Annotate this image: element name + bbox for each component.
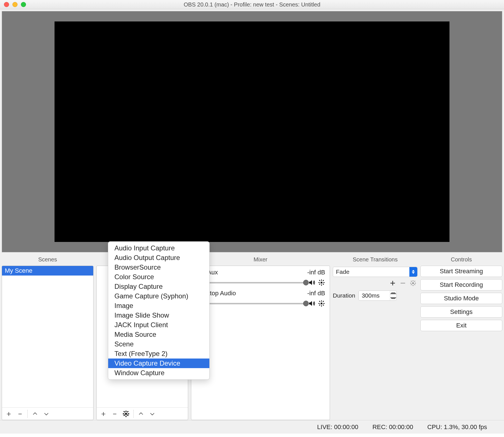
transitions-header: Scene Transitions xyxy=(333,255,418,266)
zoom-window-button[interactable] xyxy=(21,2,26,7)
svg-rect-17 xyxy=(319,283,320,285)
move-scene-down-button[interactable] xyxy=(41,408,52,419)
menu-item[interactable]: Audio Input Capture xyxy=(108,243,209,253)
scenes-list[interactable]: My Scene xyxy=(2,266,93,407)
menu-item[interactable]: JACK Input Client xyxy=(108,320,209,330)
transition-select[interactable]: Fade xyxy=(333,267,418,277)
menu-item[interactable]: Image Slide Show xyxy=(108,311,209,320)
menu-item[interactable]: Media Source xyxy=(108,330,209,339)
select-stepper-icon xyxy=(409,267,417,277)
minus-icon: － xyxy=(16,409,24,419)
program-preview[interactable] xyxy=(55,21,449,242)
menu-item[interactable]: Color Source xyxy=(108,272,209,282)
svg-rect-10 xyxy=(321,279,322,281)
menu-item[interactable]: Image xyxy=(108,301,209,311)
status-rec: REC: 00:00:00 xyxy=(372,423,413,431)
remove-scene-button[interactable]: － xyxy=(14,408,26,419)
separator xyxy=(27,410,28,418)
volume-slider[interactable] xyxy=(196,303,305,304)
duration-input[interactable] xyxy=(359,291,390,300)
add-source-button[interactable]: ＋ xyxy=(98,408,109,419)
chevron-down-icon xyxy=(149,411,155,417)
remove-source-button[interactable]: － xyxy=(109,408,120,419)
menu-item[interactable]: Video Capture Device xyxy=(108,359,209,368)
start-streaming-button[interactable]: Start Streaming xyxy=(420,266,502,277)
source-properties-button[interactable] xyxy=(120,408,132,419)
svg-rect-14 xyxy=(319,280,320,281)
remove-transition-button[interactable] xyxy=(399,280,406,287)
svg-point-27 xyxy=(412,282,414,284)
volume-knob[interactable] xyxy=(303,280,309,285)
mute-button[interactable] xyxy=(308,279,316,286)
svg-rect-3 xyxy=(123,413,124,414)
mute-button[interactable] xyxy=(308,300,316,307)
svg-rect-33 xyxy=(414,284,416,285)
transition-selected-value: Fade xyxy=(336,268,349,275)
menu-item[interactable]: Display Capture xyxy=(108,282,209,291)
svg-rect-13 xyxy=(323,282,325,283)
channel-settings-button[interactable] xyxy=(318,279,325,286)
gear-icon xyxy=(122,410,130,418)
start-recording-button[interactable]: Start Recording xyxy=(420,279,502,290)
move-scene-up-button[interactable] xyxy=(29,408,41,419)
transitions-toolbar xyxy=(333,280,418,287)
duration-label: Duration xyxy=(333,292,355,299)
duration-step-down[interactable] xyxy=(390,296,396,300)
plus-icon: ＋ xyxy=(100,409,107,419)
window-controls xyxy=(4,2,26,7)
add-transition-button[interactable] xyxy=(389,280,396,287)
mixer-channel: Desktop Audio-inf dB xyxy=(191,287,330,308)
titlebar: OBS 20.0.1 (mac) - Profile: new test - S… xyxy=(0,0,504,9)
svg-rect-30 xyxy=(410,283,411,283)
add-source-menu[interactable]: Audio Input CaptureAudio Output CaptureB… xyxy=(108,241,210,380)
add-scene-button[interactable]: ＋ xyxy=(3,408,14,419)
svg-rect-6 xyxy=(127,414,129,416)
duration-step-up[interactable] xyxy=(390,291,396,296)
mixer-body: Mic/Aux-inf dBDesktop Audio-inf dB xyxy=(191,266,330,420)
duration-spinbox[interactable] xyxy=(359,290,397,301)
settings-button[interactable]: Settings xyxy=(420,306,502,318)
status-bar: LIVE: 00:00:00 REC: 00:00:00 CPU: 1.3%, … xyxy=(0,420,504,434)
channel-settings-button[interactable] xyxy=(318,300,325,307)
move-source-down-button[interactable] xyxy=(147,408,158,419)
transition-properties-button[interactable] xyxy=(410,280,416,287)
svg-rect-16 xyxy=(323,280,324,281)
mixer-panel: Mixer Mic/Aux-inf dBDesktop Audio-inf dB xyxy=(191,255,330,420)
chevron-up-icon xyxy=(138,411,144,417)
mixer-header: Mixer xyxy=(191,255,330,266)
svg-rect-21 xyxy=(318,303,320,304)
close-window-button[interactable] xyxy=(4,2,9,7)
svg-rect-1 xyxy=(125,410,126,412)
scenes-toolbar: ＋ － xyxy=(2,407,93,420)
status-cpu: CPU: 1.3%, 30.00 fps xyxy=(427,423,487,431)
menu-item[interactable]: Text (FreeType 2) xyxy=(108,349,209,359)
sources-toolbar: ＋ － xyxy=(97,407,188,420)
volume-slider[interactable] xyxy=(196,282,305,283)
svg-rect-29 xyxy=(413,285,413,286)
mixer-channel-level: -inf dB xyxy=(307,290,325,297)
scene-item[interactable]: My Scene xyxy=(2,266,93,276)
chevron-up-icon xyxy=(32,411,38,417)
svg-rect-24 xyxy=(323,304,324,306)
svg-point-0 xyxy=(125,413,127,415)
svg-rect-11 xyxy=(321,285,322,286)
preview-area xyxy=(2,11,502,252)
scenes-header: Scenes xyxy=(2,255,94,266)
studio-mode-button[interactable]: Studio Mode xyxy=(420,293,502,304)
svg-rect-15 xyxy=(323,283,324,285)
move-source-up-button[interactable] xyxy=(135,408,147,419)
svg-rect-34 xyxy=(414,281,416,282)
volume-knob[interactable] xyxy=(303,301,309,306)
controls-panel: Controls Start StreamingStart RecordingS… xyxy=(420,255,502,420)
menu-item[interactable]: BrowserSource xyxy=(108,263,209,272)
exit-button[interactable]: Exit xyxy=(420,320,502,331)
svg-rect-2 xyxy=(125,415,126,417)
minimize-window-button[interactable] xyxy=(12,2,18,7)
window-title: OBS 20.0.1 (mac) - Profile: new test - S… xyxy=(0,1,504,8)
svg-point-9 xyxy=(321,282,323,284)
svg-rect-35 xyxy=(411,284,412,285)
menu-item[interactable]: Game Capture (Syphon) xyxy=(108,291,209,301)
menu-item[interactable]: Scene xyxy=(108,339,209,349)
menu-item[interactable]: Audio Output Capture xyxy=(108,253,209,263)
menu-item[interactable]: Window Capture xyxy=(108,368,209,378)
